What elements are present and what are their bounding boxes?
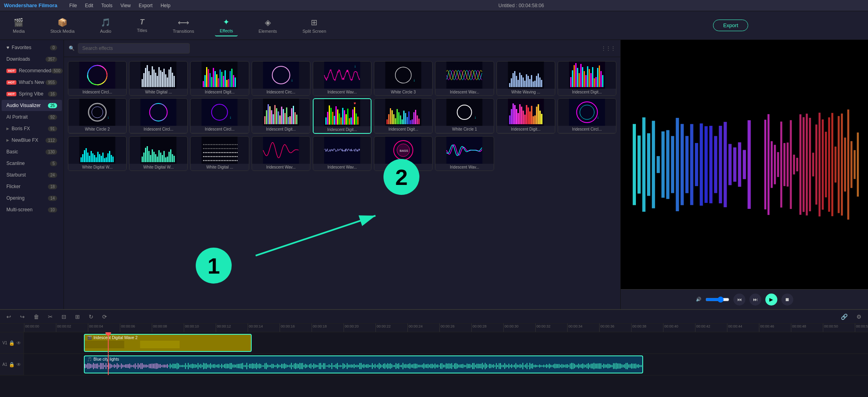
- svg-rect-682: [408, 364, 409, 368]
- effect-card-bars_irid[interactable]: Iridescent Digit...: [190, 61, 249, 96]
- split-button[interactable]: ⊟: [59, 312, 69, 321]
- toolbar-elements[interactable]: ◈ Elements: [254, 15, 282, 36]
- sidebar-item-opening[interactable]: Opening 14: [2, 193, 62, 204]
- sidebar-item-multiscreen[interactable]: Multi-screen 10: [2, 204, 62, 215]
- effect-card-circle_white3[interactable]: ↓White Circle 3: [374, 61, 433, 96]
- effect-card-bars_irid2[interactable]: Iridescent Digit...: [558, 61, 616, 96]
- timeline-ruler[interactable]: 00:00:0000:00:0200:00:0400:00:0600:00:08…: [0, 324, 868, 332]
- menu-tools[interactable]: Tools: [101, 3, 112, 8]
- toolbar-splitscreen[interactable]: ⊞ Split Screen: [298, 15, 331, 36]
- lock-icon[interactable]: 🔒: [9, 340, 15, 346]
- redo-button[interactable]: ↪: [18, 312, 27, 321]
- volume-slider[interactable]: 🔊: [696, 297, 701, 302]
- svg-point-289: [208, 160, 209, 161]
- cut-button[interactable]: ✂: [46, 312, 55, 321]
- svg-point-328: [219, 144, 220, 145]
- svg-rect-198: [412, 119, 413, 124]
- svg-rect-178: [354, 107, 355, 125]
- sidebar-item-springvibe[interactable]: HOT Spring Vibe 16: [2, 88, 62, 99]
- sidebar-item-borisfx[interactable]: ▶ Boris FX 91: [2, 123, 62, 134]
- toolbar-effects[interactable]: ✦ Effects: [215, 15, 238, 36]
- effect-card-wave_irid3[interactable]: Iridescent Wav...: [252, 136, 310, 171]
- effect-card-bars_irid6[interactable]: Iridescent Digit...: [497, 98, 555, 134]
- toolbar-titles[interactable]: T Titles: [132, 16, 152, 35]
- delete-button[interactable]: 🗑: [31, 312, 42, 321]
- settings-button[interactable]: ⚙: [854, 312, 864, 321]
- grid-options-icon[interactable]: ⋮⋮⋮: [601, 46, 616, 51]
- toolbar-stock[interactable]: 📦 Stock Media: [46, 15, 79, 36]
- svg-rect-406: [700, 123, 703, 206]
- export-button[interactable]: Export: [713, 20, 748, 31]
- link-button[interactable]: 🔗: [838, 312, 850, 321]
- effect-card-wave_irid2[interactable]: Iridescent Wav...: [435, 61, 494, 96]
- sidebar-item-favorites[interactable]: ♥ Favorites 0: [2, 42, 62, 53]
- sidebar-item-basic[interactable]: Basic 130: [2, 146, 62, 157]
- svg-rect-250: [111, 155, 112, 162]
- rotate-button[interactable]: ↻: [86, 312, 96, 321]
- sidebar-item-scanline[interactable]: Scanline 5: [2, 158, 62, 169]
- toolbar-transitions[interactable]: ⟷ Transitions: [168, 15, 199, 36]
- effect-card-circle_irid3[interactable]: Iridescent Circl...: [129, 98, 188, 134]
- sidebar-item-flicker[interactable]: Flicker 18: [2, 181, 62, 192]
- titles-icon: T: [140, 18, 144, 26]
- add-button[interactable]: ⊞: [73, 312, 82, 321]
- prev-frame-button[interactable]: ⏮: [733, 294, 745, 306]
- effect-card-circle_white2[interactable]: ↓White Circle 2: [68, 98, 127, 134]
- effect-thumbnail: [374, 99, 432, 126]
- stop-button[interactable]: ⏹: [781, 294, 793, 306]
- effect-card-bars_irid3[interactable]: Iridescent Digit...: [252, 98, 310, 134]
- menu-file[interactable]: File: [69, 3, 77, 8]
- menu-export[interactable]: Export: [139, 3, 153, 8]
- effect-card-bars_wdw[interactable]: White Digital W...: [68, 136, 127, 171]
- sidebar-item-recommended[interactable]: HOT Recommended 500: [2, 65, 62, 76]
- effect-card-wave_white[interactable]: White Waving ...: [497, 61, 555, 96]
- lock-icon-2[interactable]: 🔒: [9, 362, 15, 367]
- refresh-button[interactable]: ⟳: [100, 312, 109, 321]
- search-input[interactable]: [78, 43, 190, 54]
- effect-card-circle_irid[interactable]: Iridescent Circl...: [68, 61, 127, 96]
- svg-rect-763: [521, 365, 522, 367]
- effect-card-bass[interactable]: BASSBass Drops 1: [374, 136, 433, 171]
- effect-card-bars_white[interactable]: White Digital ...: [129, 61, 188, 96]
- effect-card-bars_wd3[interactable]: White Digital ...: [190, 136, 249, 171]
- effect-card-wave_irid5[interactable]: Iridescent Wav...: [435, 136, 494, 171]
- effect-card-wave_irid4[interactable]: Iridescent Wav...: [313, 136, 371, 171]
- sidebar-item-newbluefx[interactable]: ▶ NewBlue FX 112: [2, 135, 62, 146]
- sidebar-item-aiportrait[interactable]: AI Portrait 92: [2, 111, 62, 123]
- effect-card-circle_white1[interactable]: ↓White Circle 1: [435, 98, 494, 134]
- menu-help[interactable]: Help: [161, 3, 171, 8]
- toolbar-audio[interactable]: 🎵 Audio: [95, 15, 116, 36]
- sidebar-item-starburst[interactable]: Starburst 24: [2, 169, 62, 181]
- app-logo: Wondershare Filmora: [4, 2, 57, 8]
- eye-icon-2[interactable]: 👁: [16, 362, 21, 367]
- sidebar-item-downloads[interactable]: Downloads 357: [2, 54, 62, 65]
- next-frame-button[interactable]: ⏭: [749, 294, 761, 306]
- menu-view[interactable]: View: [120, 3, 131, 8]
- effect-card-circle_irid2[interactable]: ↓Iridescent Circ...: [252, 61, 310, 96]
- audio-clip[interactable]: 🎵 Blue city lights: [84, 355, 643, 373]
- svg-rect-578: [263, 365, 264, 367]
- undo-button[interactable]: ↩: [4, 312, 14, 321]
- video-clip[interactable]: 🎬 Iridescent Digital Wave 2: [84, 334, 252, 352]
- playhead[interactable]: [108, 332, 109, 353]
- svg-rect-491: [142, 363, 143, 369]
- svg-rect-617: [318, 365, 318, 367]
- sidebar-item-whatsnew[interactable]: HOT What's New 955: [2, 77, 62, 88]
- effect-card-bars_irid5[interactable]: Iridescent Digit...: [374, 98, 433, 134]
- effect-card-bars_irid4[interactable]: ♥Iridescent Digit...: [313, 98, 371, 134]
- menu-edit[interactable]: Edit: [85, 3, 93, 8]
- effect-card-bars_wdw2[interactable]: White Digital W...: [129, 136, 188, 171]
- sidebar-item-audiovisualizer[interactable]: Audio Visualizer 25: [2, 100, 62, 111]
- eye-icon[interactable]: 👁: [16, 340, 21, 346]
- effect-card-circle_irid5[interactable]: ↓Iridescent Circl...: [558, 98, 616, 134]
- svg-point-285: [207, 156, 207, 157]
- svg-rect-118: [584, 71, 585, 87]
- volume-range[interactable]: [705, 296, 729, 303]
- svg-rect-832: [617, 363, 618, 369]
- toolbar-media[interactable]: 🎬 Media: [8, 15, 30, 36]
- svg-rect-255: [145, 148, 146, 162]
- svg-rect-660: [377, 365, 378, 368]
- play-button[interactable]: ▶: [765, 294, 777, 306]
- effect-card-wave_irid[interactable]: ↓Iridescent Wav...: [313, 61, 371, 96]
- effect-card-circle_irid4[interactable]: ↓Iridescent Circl...: [190, 98, 249, 134]
